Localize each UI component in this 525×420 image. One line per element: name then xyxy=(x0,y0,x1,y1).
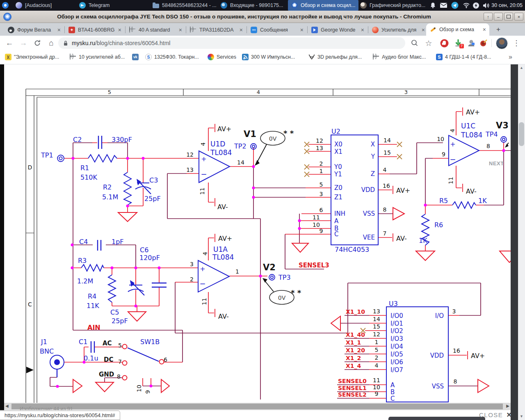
tray-volume[interactable] xyxy=(483,0,491,11)
bookmarks-overflow-button[interactable]: » xyxy=(509,50,512,64)
app-menu-icon xyxy=(2,2,9,9)
status-bar-url: https://mysku.ru/blog/china-stores/60054… xyxy=(0,411,120,420)
adblock-extension-button[interactable] xyxy=(439,38,450,48)
tray-power[interactable] xyxy=(472,0,479,11)
tab-close-icon[interactable]: × xyxy=(421,27,426,33)
taskbar-label: Входящие - 9890175... xyxy=(230,2,283,8)
taskbar-item-gimp[interactable]: Графический редакто... xyxy=(360,0,425,11)
extension-button[interactable] xyxy=(466,38,477,48)
favicon xyxy=(372,27,379,33)
schematic-label: U3 xyxy=(389,300,398,308)
schematic-label: 1.2M xyxy=(77,277,93,285)
bookmark-smps[interactable]: 300 W Импульсн... xyxy=(242,50,295,64)
schematic-label: AV+ xyxy=(471,352,485,360)
back-button[interactable]: ← xyxy=(3,37,16,49)
gimp-icon xyxy=(360,2,367,9)
lightbox-close-button[interactable]: CLOSE × xyxy=(479,411,511,418)
bookmark-lathe[interactable]: S 1325Ф30. Токарн... xyxy=(145,50,199,64)
minimize-button[interactable]: – xyxy=(494,13,503,21)
tab-bta41[interactable]: ✦ BTA41-600BRG × xyxy=(65,24,125,36)
tab-amplifier[interactable]: Усилитель для × xyxy=(368,24,428,36)
bookmarks-bar: )( "Электронный др... 10 усилителей аб..… xyxy=(0,50,525,64)
new-tab-button[interactable]: + xyxy=(493,25,503,34)
tab-40a[interactable]: 40 A standard × xyxy=(126,24,185,36)
bookmark-audio-blog[interactable]: Аудио блог Макс... xyxy=(373,50,426,64)
bookmark-star-button[interactable]: ☆ xyxy=(423,38,434,48)
schematic-label: SW1B xyxy=(140,338,160,346)
schematic-label: 10 xyxy=(373,384,380,390)
tray-mail[interactable] xyxy=(440,0,447,11)
vertical-scroll-thumb[interactable] xyxy=(519,122,524,146)
scroll-right-icon[interactable]: ▶ xyxy=(506,404,509,408)
browser-toolbar: ← → ⌂ mysku.ru/blog/china-stores/60054.h… xyxy=(0,36,525,50)
bookmark-services[interactable]: Services xyxy=(208,50,236,64)
tab-messages[interactable]: ••• Сообщения × xyxy=(247,24,307,36)
bookmark-gdsh[interactable]: S 4 ГДШ-1-4 (4 ГД-8... xyxy=(436,50,491,64)
window-close-button[interactable]: × xyxy=(514,13,523,21)
maximize-button[interactable] xyxy=(504,13,513,21)
globe-icon xyxy=(190,26,191,33)
taskbar-item-files[interactable]: 5848625548623244 - ... xyxy=(153,0,217,11)
schematic-label: I/O4 xyxy=(390,343,403,350)
horizontal-scrollbar[interactable]: ◀ ▶ xyxy=(4,403,511,410)
schematic-label: 12 xyxy=(316,137,323,144)
download-extension-button[interactable]: 7 xyxy=(453,38,463,48)
schematic-label: 510K xyxy=(80,173,98,181)
scroll-up-icon[interactable]: ▲ xyxy=(518,66,525,70)
tab-close-icon[interactable]: × xyxy=(482,26,487,33)
tab-tpa3116[interactable]: ТРА3116D2DA × xyxy=(186,24,246,36)
schematic-label: C3 xyxy=(149,176,158,184)
tab-forum[interactable]: Форум Вегала × xyxy=(4,24,64,36)
bookmark-amplifiers[interactable]: 10 усилителей аб... xyxy=(70,50,125,64)
bookmark-electronic[interactable]: )( "Электронный др... xyxy=(5,50,59,64)
tab-close-icon[interactable]: × xyxy=(117,27,122,33)
tab-active-review[interactable]: Обзор и схема × xyxy=(426,23,489,36)
schematic-label: 9 xyxy=(144,390,151,394)
schematic-label: − xyxy=(201,170,207,178)
schematic-label: 9 xyxy=(320,228,323,234)
schematic-label: I/O xyxy=(435,312,444,320)
schematic-image[interactable]: 543DCTP1C2330pFR1510KR25.1MC325pF1213144… xyxy=(4,64,511,403)
keep-above-button[interactable]: ↑ xyxy=(484,13,493,21)
tab-george[interactable]: George Wonde × xyxy=(308,24,368,36)
zoom-button[interactable] xyxy=(409,38,420,48)
taskbar-item-thunderbird[interactable]: Входящие - 9890175... xyxy=(221,0,283,11)
seal-extension-button[interactable] xyxy=(478,38,489,48)
profile-avatar[interactable] xyxy=(496,37,508,49)
forward-button[interactable]: → xyxy=(17,37,30,49)
horizontal-scroll-thumb[interactable] xyxy=(11,404,503,409)
tab-close-icon[interactable]: × xyxy=(57,27,62,33)
taskbar-label: 5848625548623244 - ... xyxy=(162,2,217,8)
taskbar-item-chromium-active[interactable]: Обзор и схема осцил... xyxy=(288,0,358,11)
tab-close-icon[interactable]: × xyxy=(239,27,244,33)
tray-telegram[interactable] xyxy=(451,0,459,11)
scroll-down-icon[interactable]: ▼ xyxy=(518,414,525,418)
tab-close-icon[interactable]: × xyxy=(178,27,183,33)
bookmark-label: 300 W Импульсн... xyxy=(251,54,295,60)
schematic-label: X1_1 xyxy=(346,339,361,346)
address-bar[interactable]: mysku.ru/blog/china-stores/60054.html xyxy=(58,37,405,49)
tab-close-icon[interactable]: × xyxy=(360,27,365,33)
bookmark-vk[interactable]: vk xyxy=(132,50,139,64)
taskbar-item-audacious[interactable]: [Audacious] xyxy=(16,0,52,11)
taskbar-item-telegram[interactable]: Telegram xyxy=(79,0,110,11)
tab-label: BTA41-600BRG xyxy=(78,27,117,33)
bookmark-3d[interactable]: 3D рельефы для... xyxy=(308,50,362,64)
schematic-label: V1 xyxy=(244,129,256,139)
home-button[interactable]: ⌂ xyxy=(45,37,57,49)
schematic-label: 10 xyxy=(437,136,444,142)
tray-notifications[interactable] xyxy=(430,0,436,11)
taskbar-label: Обзор и схема осцил... xyxy=(301,2,355,8)
schematic-label: TP4 xyxy=(485,130,498,138)
reload-button[interactable] xyxy=(31,37,43,49)
lightbox-next-button[interactable]: NEXT xyxy=(489,160,504,167)
tab-close-icon[interactable]: × xyxy=(299,27,304,33)
tray-network[interactable] xyxy=(463,0,470,11)
schematic-label: I/O5 xyxy=(390,351,403,358)
browser-menu-button[interactable]: ⋮ xyxy=(511,38,522,48)
schematic-label: AV- xyxy=(396,235,407,242)
launcher-icon[interactable] xyxy=(2,0,9,11)
scroll-left-icon[interactable]: ◀ xyxy=(5,404,9,408)
vertical-scrollbar[interactable]: ▲ ▼ xyxy=(518,64,525,420)
schematic-label: X1_40 xyxy=(346,331,365,338)
